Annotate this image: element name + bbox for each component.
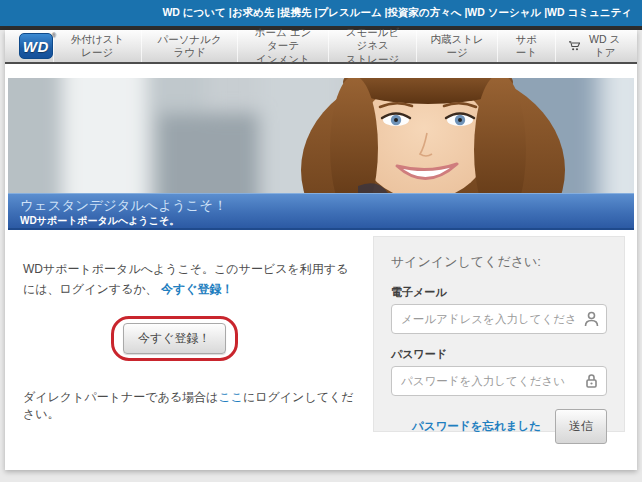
password-label: パスワード — [391, 347, 607, 362]
forgot-password-link[interactable]: パスワードを忘れました — [412, 419, 541, 434]
email-field[interactable] — [391, 304, 607, 334]
red-highlight-annotation: 今すぐ登録！ — [111, 316, 238, 361]
signin-panel: サインインしてください: 電子メール パスワード パスワードを忘れ — [373, 236, 625, 432]
page-card: WD ® 外付けストレージ パーソナルクラウド ホーム エンターテ インメント … — [5, 30, 637, 470]
topbar-link-social[interactable]: WD ソーシャル — [467, 6, 547, 20]
password-field[interactable] — [391, 366, 607, 396]
partner-text-before: ダイレクトパートナーである場合は — [23, 390, 218, 404]
nav-item-support[interactable]: サポート — [497, 30, 555, 62]
intro-paragraph: WDサポートポータルへようこそ。このサービスを利用するには、ログインするか、 今… — [23, 260, 355, 300]
register-button-zone: 今すぐ登録！ — [111, 316, 238, 361]
wd-logo-text: WD — [23, 38, 49, 55]
register-now-button[interactable]: 今すぐ登録！ — [123, 323, 226, 354]
nav-item-personal-cloud[interactable]: パーソナルクラウド — [141, 30, 237, 62]
nav-item-home-entertainment[interactable]: ホーム エンターテ インメント — [237, 30, 328, 62]
topbar-link-investors[interactable]: 投資家の方々へ — [387, 6, 467, 20]
hero-caption: ウェスタンデジタルへようこそ！ WDサポートポータルへようこそ。 — [8, 193, 634, 230]
lock-icon — [584, 373, 599, 389]
hero-title: ウェスタンデジタルへようこそ！ — [20, 197, 622, 214]
nav-item-external-storage[interactable]: 外付けストレージ — [53, 30, 141, 62]
utility-bar: WD について お求め先 提携先 プレスルーム 投資家の方々へ WD ソーシャル… — [0, 0, 642, 26]
wd-logo[interactable]: WD ® — [19, 33, 53, 59]
welcome-column: WDサポートポータルへようこそ。このサービスを利用するには、ログインするか、 今… — [21, 236, 373, 432]
topbar-link-partners[interactable]: 提携先 — [280, 6, 317, 20]
password-input-wrap — [391, 366, 607, 396]
person-icon — [584, 311, 599, 327]
register-now-link[interactable]: 今すぐ登録！ — [161, 282, 234, 296]
hero-image — [8, 78, 634, 193]
topbar-link-pressroom[interactable]: プレスルーム — [317, 6, 387, 20]
email-input-wrap — [391, 304, 607, 334]
nav-item-wd-store[interactable]: WD ストア — [555, 30, 637, 62]
content-row: WDサポートポータルへようこそ。このサービスを利用するには、ログインするか、 今… — [5, 230, 637, 432]
topbar-link-where-to-buy[interactable]: お求め先 — [232, 6, 280, 20]
nav-menu: 外付けストレージ パーソナルクラウド ホーム エンターテ インメント スモールビ… — [53, 30, 637, 62]
main-nav: WD ® 外付けストレージ パーソナルクラウド ホーム エンターテ インメント … — [5, 30, 637, 64]
partner-login-link[interactable]: ここ — [218, 390, 243, 404]
nav-item-internal-storage[interactable]: 内蔵ストレージ — [416, 30, 497, 62]
email-label: 電子メール — [391, 285, 607, 300]
registered-mark: ® — [52, 32, 57, 38]
cart-icon — [569, 39, 581, 53]
nav-store-label: WD ストア — [586, 33, 623, 59]
partner-paragraph: ダイレクトパートナーである場合はここにログインしてください。 — [23, 389, 355, 423]
topbar-link-community[interactable]: WD コミュニティ — [547, 6, 632, 20]
hero-banner: ウェスタンデジタルへようこそ！ WDサポートポータルへようこそ。 — [8, 78, 634, 230]
nav-item-small-business-storage[interactable]: スモールビジネス ストレージ — [328, 30, 417, 62]
hero-subtitle: WDサポートポータルへようこそ。 — [20, 214, 622, 227]
signin-title: サインインしてください: — [391, 253, 607, 271]
topbar-link-about[interactable]: WD について — [162, 6, 231, 20]
submit-button[interactable]: 送信 — [555, 409, 607, 444]
signin-actions-row: パスワードを忘れました 送信 — [391, 409, 607, 444]
